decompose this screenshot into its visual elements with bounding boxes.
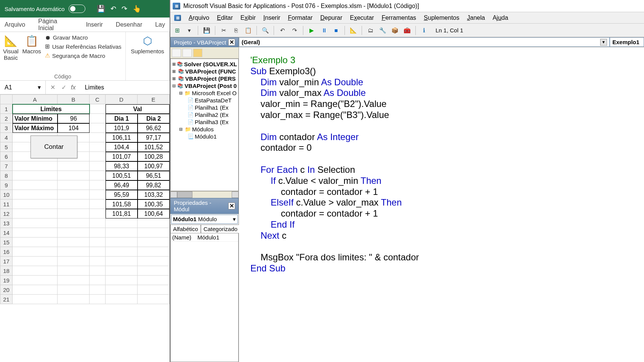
tree-node-modules[interactable]: ⊟📁Módulos bbox=[171, 126, 238, 133]
cell[interactable]: 99,82 bbox=[138, 180, 170, 190]
menu-formatar[interactable]: Formatar bbox=[288, 14, 313, 21]
row-header[interactable]: 16 bbox=[0, 247, 13, 257]
cell-de1[interactable]: Val bbox=[106, 104, 170, 114]
property-value[interactable]: Módulo1 bbox=[196, 233, 238, 241]
cell[interactable]: 95,59 bbox=[106, 190, 138, 199]
cell[interactable]: 100,97 bbox=[138, 161, 170, 171]
cell[interactable] bbox=[138, 238, 170, 247]
cell-a2[interactable]: Valor Mínimo bbox=[13, 114, 58, 123]
macro-security-button[interactable]: ⚠Segurança de Macro bbox=[45, 52, 122, 59]
procedure-combo[interactable]: Exemplo1 bbox=[610, 37, 644, 47]
cell[interactable] bbox=[58, 295, 90, 304]
cell[interactable] bbox=[90, 142, 106, 152]
tab-inicio[interactable]: Página Inicial bbox=[37, 15, 74, 35]
cell[interactable] bbox=[106, 218, 138, 228]
cell[interactable]: 100,28 bbox=[138, 152, 170, 161]
cell[interactable] bbox=[58, 228, 90, 238]
contar-button[interactable]: Contar bbox=[30, 136, 77, 158]
cell[interactable] bbox=[90, 266, 106, 276]
cell[interactable] bbox=[106, 257, 138, 266]
col-header-b[interactable]: B bbox=[58, 94, 90, 104]
cell[interactable] bbox=[90, 257, 106, 266]
cell[interactable] bbox=[90, 190, 106, 199]
cell[interactable] bbox=[13, 199, 58, 209]
cancel-icon[interactable]: ✕ bbox=[50, 84, 55, 91]
design-mode-icon[interactable]: 📐 bbox=[349, 26, 358, 35]
tree-node-esta-pasta[interactable]: 📄EstaPastaDeT bbox=[171, 97, 238, 104]
tree-node-planilha3[interactable]: 📄Planilha3 (Ex bbox=[171, 118, 238, 126]
cell[interactable] bbox=[90, 238, 106, 247]
row-header[interactable]: 14 bbox=[0, 228, 13, 238]
formula-input[interactable]: Limites bbox=[81, 84, 170, 91]
row-header[interactable]: 20 bbox=[0, 285, 13, 295]
cell[interactable] bbox=[90, 247, 106, 257]
cell[interactable]: 97,17 bbox=[138, 133, 170, 142]
cell[interactable] bbox=[90, 171, 106, 180]
redo-icon[interactable]: ↷ bbox=[122, 5, 127, 13]
cell[interactable] bbox=[58, 161, 90, 171]
cell[interactable] bbox=[106, 295, 138, 304]
tree-node-excel-objects[interactable]: ⊟📁Microsoft Excel O bbox=[171, 89, 238, 97]
save-icon[interactable]: 💾 bbox=[97, 5, 105, 13]
tree-node-pers[interactable]: ⊞📚VBAProject (PERS bbox=[171, 75, 238, 82]
cell[interactable] bbox=[138, 266, 170, 276]
cell[interactable] bbox=[90, 209, 106, 218]
cell[interactable] bbox=[138, 295, 170, 304]
cell[interactable] bbox=[90, 218, 106, 228]
stop-icon[interactable]: ■ bbox=[332, 26, 341, 35]
cell-b3[interactable]: 104 bbox=[58, 123, 90, 133]
row-header[interactable]: 13 bbox=[0, 218, 13, 228]
row-header[interactable]: 15 bbox=[0, 238, 13, 247]
cell[interactable] bbox=[90, 104, 106, 114]
cell[interactable] bbox=[58, 285, 90, 295]
tree-node-solver[interactable]: ⊞📚Solver (SOLVER.XL bbox=[171, 61, 238, 68]
cell[interactable] bbox=[13, 180, 58, 190]
cell[interactable] bbox=[90, 199, 106, 209]
cell[interactable]: 101,07 bbox=[106, 152, 138, 161]
cell[interactable]: 101,58 bbox=[106, 199, 138, 209]
col-header-d[interactable]: D bbox=[106, 94, 138, 104]
cell[interactable] bbox=[13, 247, 58, 257]
menu-editar[interactable]: Editar bbox=[217, 14, 233, 21]
cell[interactable] bbox=[90, 123, 106, 133]
tab-layout[interactable]: Lay bbox=[154, 18, 167, 31]
row-header[interactable]: 6 bbox=[0, 152, 13, 161]
cell[interactable] bbox=[138, 276, 170, 285]
cell[interactable] bbox=[106, 228, 138, 238]
cell[interactable] bbox=[13, 190, 58, 199]
cell[interactable] bbox=[90, 161, 106, 171]
scroll-left-icon[interactable] bbox=[170, 191, 177, 198]
cell[interactable] bbox=[106, 238, 138, 247]
row-header[interactable]: 18 bbox=[0, 266, 13, 276]
cell[interactable]: 96,51 bbox=[138, 171, 170, 180]
close-icon[interactable]: ✕ bbox=[228, 203, 235, 209]
folder-icon[interactable] bbox=[193, 49, 202, 57]
row-header[interactable]: 11 bbox=[0, 199, 13, 209]
paste-icon[interactable]: 📋 bbox=[244, 26, 253, 35]
cell[interactable] bbox=[138, 247, 170, 257]
row-header[interactable]: 7 bbox=[0, 161, 13, 171]
suplementos-button[interactable]: ⬡ Suplementos bbox=[131, 34, 164, 54]
cell[interactable]: 101,9 bbox=[106, 123, 138, 133]
cell[interactable] bbox=[58, 171, 90, 180]
copy-icon[interactable]: ⎘ bbox=[231, 26, 240, 35]
cell[interactable] bbox=[58, 199, 90, 209]
menu-exibir[interactable]: Exibir bbox=[240, 14, 256, 21]
undo-icon[interactable]: ↶ bbox=[111, 5, 116, 13]
enter-icon[interactable]: ✓ bbox=[61, 84, 66, 91]
cell-b2[interactable]: 96 bbox=[58, 114, 90, 123]
cell[interactable]: 101,81 bbox=[106, 209, 138, 218]
cut-icon[interactable]: ✂ bbox=[219, 26, 228, 35]
row-header[interactable]: 10 bbox=[0, 190, 13, 199]
find-icon[interactable]: 🔍 bbox=[261, 26, 270, 35]
view-object-icon[interactable] bbox=[183, 49, 192, 57]
cell[interactable] bbox=[13, 228, 58, 238]
row-header[interactable]: 21 bbox=[0, 295, 13, 304]
cell[interactable] bbox=[90, 180, 106, 190]
cell[interactable] bbox=[90, 133, 106, 142]
project-hscroll[interactable] bbox=[170, 191, 239, 198]
cell[interactable]: 100,35 bbox=[138, 199, 170, 209]
row-header[interactable]: 8 bbox=[0, 171, 13, 180]
cell[interactable] bbox=[106, 266, 138, 276]
object-combo[interactable]: (Geral)▾ bbox=[239, 37, 610, 47]
